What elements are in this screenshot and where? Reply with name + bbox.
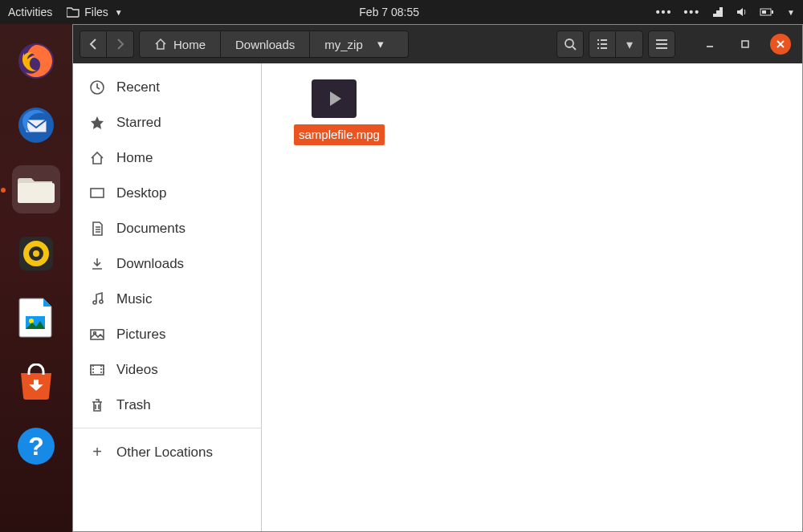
documents-icon [89,221,105,237]
dock-files[interactable] [12,165,60,213]
sidebar-item-home[interactable]: Home [73,140,261,176]
view-dropdown-button[interactable]: ▾ [616,30,643,58]
svg-point-11 [29,319,34,323]
dock-software[interactable] [12,358,60,406]
sidebar-item-label: Downloads [116,256,184,272]
dock-libreoffice[interactable] [12,294,60,342]
speaker-icon [16,234,56,274]
chevron-down-icon: ▾ [377,37,384,51]
sidebar-item-videos[interactable]: Videos [73,352,261,388]
hamburger-icon [655,39,668,50]
top-menubar: Activities Files ▼ Feb 7 08:55 ••• ••• ▼ [0,0,803,24]
music-icon [89,291,105,307]
sidebar-item-label: Recent [116,79,160,95]
sidebar-item-documents[interactable]: Documents [73,211,261,246]
help-icon: ? [16,426,56,466]
path-segment-downloads[interactable]: Downloads [221,30,310,58]
home-icon [154,38,167,51]
path-segment-home[interactable]: Home [139,30,221,58]
chevron-down-icon[interactable]: ▼ [787,8,795,17]
svg-rect-2 [762,10,766,14]
path-segment-current[interactable]: my_zip ▾ [310,30,409,58]
sidebar-item-label: Music [116,291,152,307]
sidebar-item-trash[interactable]: Trash [73,388,261,423]
dock-thunderbird[interactable] [12,101,60,149]
path-label: my_zip [324,38,363,51]
dock-firefox[interactable] [12,37,60,85]
app-menu[interactable]: Files ▼ [67,6,122,18]
document-icon [18,297,55,339]
svg-text:?: ? [28,432,44,461]
videos-icon [89,362,105,378]
sidebar-item-label: Home [116,150,153,166]
sidebar-item-label: Starred [116,115,161,131]
svg-rect-15 [742,41,748,47]
chevron-down-icon: ▾ [626,37,633,52]
home-icon [89,150,105,166]
sidebar-item-other-locations[interactable]: +Other Locations [73,433,261,471]
dock-help[interactable]: ? [12,422,60,470]
svg-point-9 [33,250,39,257]
hamburger-menu-button[interactable] [648,30,675,58]
desktop-icon [89,185,105,201]
network-icon[interactable] [711,6,724,18]
app-menu-label: Files [84,6,108,18]
video-thumbnail-icon [312,79,357,118]
trash-icon [89,397,105,413]
view-list-button[interactable] [589,30,616,58]
volume-icon[interactable] [736,6,748,18]
back-button[interactable] [79,30,107,58]
maximize-button[interactable] [735,34,756,55]
svg-point-14 [565,39,573,47]
sidebar-item-recent[interactable]: Recent [73,70,261,105]
svg-rect-19 [91,330,104,339]
sidebar-item-label: Pictures [116,327,165,343]
dock: ? [0,24,72,532]
indicator-icon[interactable]: ••• [683,6,700,18]
minimize-button[interactable] [699,34,720,55]
files-window: Home Downloads my_zip ▾ ▾ Recent Starred… [72,24,803,532]
thunderbird-icon [16,105,56,145]
chevron-down-icon: ▼ [115,8,123,17]
downloads-icon [89,256,105,272]
path-label: Home [173,38,206,51]
sidebar: Recent Starred Home Desktop Documents Do… [73,63,262,531]
activities-button[interactable]: Activities [8,6,52,18]
battery-icon[interactable] [760,6,774,18]
titlebar: Home Downloads my_zip ▾ ▾ [73,25,802,63]
search-button[interactable] [556,30,584,58]
svg-point-18 [100,300,103,303]
clock-icon [89,79,105,95]
folder-icon [67,6,79,18]
close-button[interactable] [770,34,791,55]
forward-button[interactable] [107,30,134,58]
svg-rect-17 [91,189,104,197]
clock[interactable]: Feb 7 08:55 [123,6,656,18]
sidebar-item-label: Videos [116,362,158,378]
sidebar-divider [73,428,261,428]
firefox-icon [16,41,56,81]
indicator-icon[interactable]: ••• [656,6,673,18]
sidebar-item-starred[interactable]: Starred [73,105,261,140]
star-icon [89,115,105,131]
sidebar-item-music[interactable]: Music [73,282,261,317]
list-icon [596,39,609,50]
sidebar-item-label: Trash [116,397,151,413]
sidebar-item-downloads[interactable]: Downloads [73,246,261,282]
search-icon [564,38,577,51]
pathbar: Home Downloads my_zip ▾ [139,30,409,58]
file-item[interactable]: samplefile.mpg [294,79,374,145]
dock-rhythmbox[interactable] [12,229,60,278]
pictures-icon [89,327,105,343]
files-icon [18,173,55,205]
svg-rect-5 [18,183,55,203]
file-name: samplefile.mpg [294,124,385,145]
content-area[interactable]: samplefile.mpg [262,63,802,531]
sidebar-item-label: Desktop [116,185,166,201]
path-label: Downloads [235,38,295,51]
shopping-bag-icon [16,363,56,400]
svg-rect-1 [772,10,773,14]
plus-icon: + [89,443,105,461]
sidebar-item-desktop[interactable]: Desktop [73,176,261,211]
sidebar-item-pictures[interactable]: Pictures [73,317,261,352]
